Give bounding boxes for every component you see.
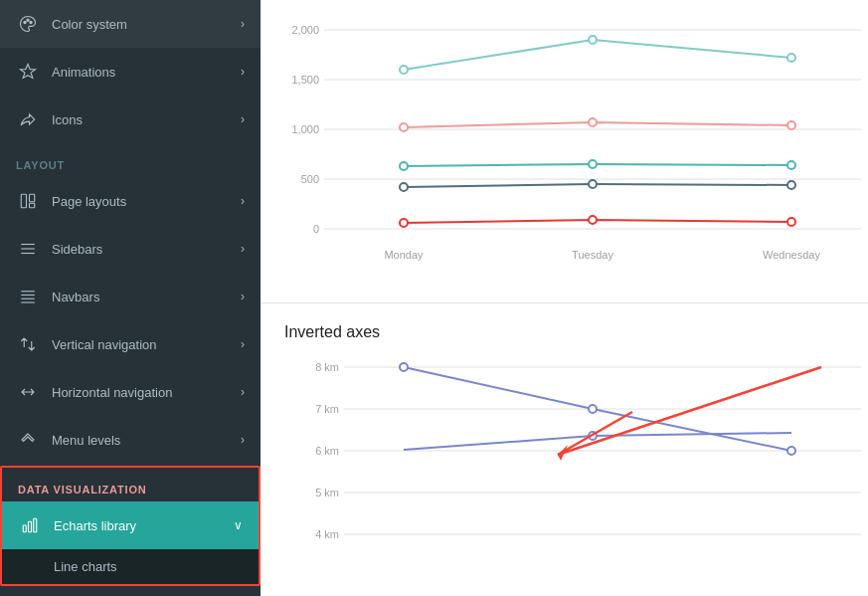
svg-point-0 <box>24 21 26 23</box>
svg-point-31 <box>787 54 795 62</box>
line-chart-svg: 2,000 1,500 1,000 500 0 Monday Tuesday W… <box>284 20 861 279</box>
svg-point-54 <box>400 363 408 371</box>
section-label-layout: LAYOUT <box>0 143 260 177</box>
svg-text:7 km: 7 km <box>315 403 339 415</box>
svg-point-29 <box>400 66 408 74</box>
sidebar-label-menu-levels: Menu levels <box>52 433 120 448</box>
sidebar-label-page-layouts: Page layouts <box>52 194 126 209</box>
svg-text:6 km: 6 km <box>315 445 339 457</box>
sidebar-label-sidebars: Sidebars <box>52 242 102 257</box>
chevron-right-icon: › <box>241 433 245 447</box>
svg-point-56 <box>787 447 795 455</box>
horizontal-nav-icon <box>16 380 40 404</box>
chart-section-inverted: Inverted axes 8 km 7 km 6 km 5 km 4 km <box>260 303 868 596</box>
svg-rect-13 <box>23 525 26 532</box>
svg-text:1,500: 1,500 <box>291 74 319 86</box>
chevron-right-icon: › <box>241 112 245 126</box>
sidebar-item-navbars[interactable]: Navbars › <box>0 273 260 320</box>
svg-rect-14 <box>29 521 32 532</box>
svg-point-1 <box>27 19 29 21</box>
svg-point-55 <box>589 405 597 413</box>
svg-point-33 <box>589 118 597 126</box>
sidebar-item-page-layouts[interactable]: Page layouts › <box>0 177 260 225</box>
chevron-right-icon: › <box>241 290 245 303</box>
svg-point-37 <box>787 161 795 169</box>
svg-point-42 <box>589 216 597 224</box>
svg-text:Wednesday: Wednesday <box>763 249 820 261</box>
sidebar-item-echarts-library[interactable]: Echarts library ∨ <box>2 501 259 549</box>
svg-point-32 <box>400 123 408 131</box>
svg-rect-4 <box>30 194 35 202</box>
inverted-axes-title: Inverted axes <box>284 323 844 341</box>
sidebar-label-horizontal-nav: Horizontal navigation <box>52 385 172 400</box>
data-visualization-section: DATA VISUALIZATION Echarts library ∨ Lin… <box>0 466 260 586</box>
sidebar-label-icons: Icons <box>52 112 83 127</box>
sidebar-label-vertical-nav: Vertical navigation <box>52 337 157 352</box>
svg-rect-3 <box>21 194 26 208</box>
sidebar-label-navbars: Navbars <box>52 290 99 304</box>
svg-rect-5 <box>30 203 35 208</box>
chevron-down-icon: ∨ <box>234 518 243 532</box>
sidebar-label-color-system: Color system <box>52 17 127 32</box>
chevron-right-icon: › <box>241 385 245 399</box>
page-layouts-icon <box>16 189 40 213</box>
sidebar-label-echarts: Echarts library <box>54 518 136 533</box>
sidebar-item-menu-levels[interactable]: Menu levels › <box>0 416 260 464</box>
chevron-right-icon: › <box>241 65 245 79</box>
sidebar-label-line-charts: Line charts <box>54 559 117 574</box>
chevron-right-icon: › <box>241 337 245 351</box>
sidebars-icon <box>16 237 40 261</box>
sidebar-item-icons[interactable]: Icons › <box>0 96 260 143</box>
svg-point-30 <box>589 36 597 44</box>
svg-point-2 <box>30 21 32 23</box>
svg-text:500: 500 <box>301 173 319 185</box>
svg-point-36 <box>589 160 597 168</box>
svg-text:5 km: 5 km <box>315 487 339 498</box>
vertical-nav-icon <box>16 332 40 356</box>
svg-point-39 <box>589 180 597 188</box>
navbars-icon <box>16 285 40 308</box>
svg-rect-15 <box>34 518 37 532</box>
svg-text:2,000: 2,000 <box>291 24 319 36</box>
animations-icon <box>16 60 40 84</box>
chevron-right-icon: › <box>241 242 245 256</box>
svg-text:8 km: 8 km <box>315 361 339 373</box>
sidebar-item-vertical-nav[interactable]: Vertical navigation › <box>0 320 260 368</box>
menu-levels-icon <box>16 428 40 452</box>
section-label-data-viz: DATA VISUALIZATION <box>2 468 259 501</box>
sidebar-subitem-line-charts[interactable]: Line charts <box>2 549 259 584</box>
svg-point-38 <box>400 183 408 191</box>
inverted-axes-svg: 8 km 7 km 6 km 5 km 4 km <box>284 357 861 576</box>
color-system-icon <box>16 12 40 36</box>
sidebar-item-color-system[interactable]: Color system › <box>0 0 260 48</box>
svg-point-40 <box>787 181 795 189</box>
svg-text:0: 0 <box>313 223 319 235</box>
icons-icon <box>16 107 40 131</box>
svg-point-41 <box>400 219 408 227</box>
sidebar-item-animations[interactable]: Animations › <box>0 48 260 96</box>
chevron-right-icon: › <box>241 17 245 31</box>
svg-text:4 km: 4 km <box>315 528 339 540</box>
echarts-icon <box>18 513 42 537</box>
svg-text:1,000: 1,000 <box>291 123 319 135</box>
svg-point-43 <box>787 218 795 226</box>
sidebar-label-animations: Animations <box>52 65 115 80</box>
main-content: 2,000 1,500 1,000 500 0 Monday Tuesday W… <box>260 0 868 596</box>
svg-point-34 <box>787 121 795 129</box>
svg-text:Tuesday: Tuesday <box>572 249 613 261</box>
svg-point-35 <box>400 162 408 170</box>
sidebar-item-sidebars[interactable]: Sidebars › <box>0 225 260 273</box>
svg-text:Monday: Monday <box>384 249 424 261</box>
sidebar: Color system › Animations › Icons › LAYO… <box>0 0 260 596</box>
chart-section-line: 2,000 1,500 1,000 500 0 Monday Tuesday W… <box>260 0 868 303</box>
sidebar-item-horizontal-nav[interactable]: Horizontal navigation › <box>0 368 260 416</box>
chevron-right-icon: › <box>241 194 245 208</box>
